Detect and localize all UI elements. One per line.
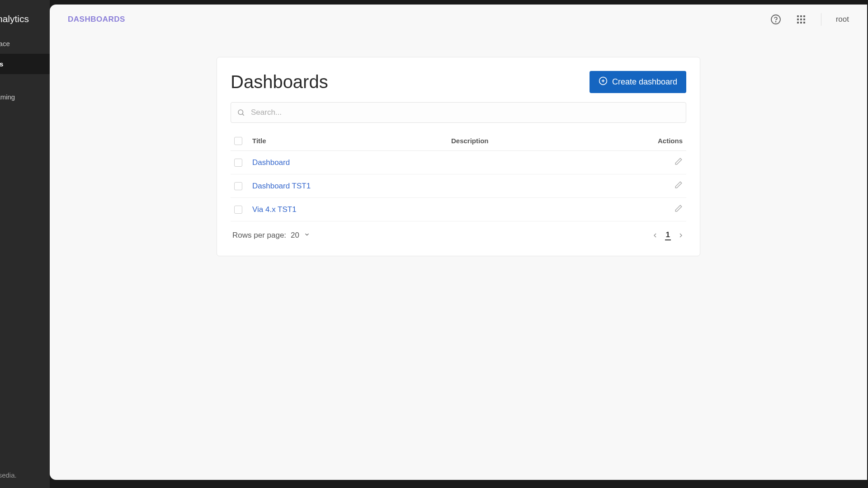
sidebar-item-unknown[interactable] (0, 74, 50, 87)
table-row: Dashboard TST1 (231, 174, 686, 198)
search-icon (237, 108, 245, 117)
topbar: DASHBOARDS root (50, 5, 867, 34)
edit-icon[interactable] (675, 204, 683, 212)
table-footer: Rows per page: 20 1 (231, 221, 686, 242)
search-input[interactable] (231, 102, 686, 123)
svg-rect-6 (800, 19, 802, 20)
column-actions: Actions (641, 131, 686, 151)
sidebar-item-streaming[interactable]: eaming (0, 87, 50, 107)
topbar-right: root (770, 13, 849, 26)
row-description (448, 151, 641, 174)
prev-page-button[interactable] (651, 232, 659, 239)
edit-icon[interactable] (675, 157, 683, 165)
row-checkbox[interactable] (234, 206, 242, 214)
current-page[interactable]: 1 (665, 230, 671, 240)
breadcrumb[interactable]: DASHBOARDS (68, 15, 125, 24)
create-button-label: Create dashboard (612, 77, 677, 87)
svg-point-14 (238, 110, 243, 115)
row-checkbox[interactable] (234, 159, 242, 167)
row-description (448, 174, 641, 198)
table-row: Via 4.x TST1 (231, 198, 686, 221)
dashboard-link[interactable]: Dashboard (252, 158, 290, 167)
dashboards-table: Title Description Actions Dashboard (231, 131, 686, 221)
search-wrap (231, 102, 686, 123)
svg-line-15 (242, 114, 244, 115)
edit-icon[interactable] (675, 181, 683, 189)
row-description (448, 198, 641, 221)
rows-per-page-selector[interactable]: Rows per page: 20 (232, 231, 310, 240)
page-title: Dashboards (231, 72, 328, 92)
svg-rect-7 (803, 19, 805, 20)
sidebar-item-dashboards[interactable]: rds (0, 54, 50, 74)
svg-point-0 (771, 15, 780, 24)
main-area: DASHBOARDS root Dash (50, 5, 867, 480)
rows-per-page-value: 20 (291, 231, 299, 240)
rows-per-page-label: Rows per page: (232, 231, 286, 240)
card-header: Dashboards Create dashboard (231, 71, 686, 93)
row-checkbox[interactable] (234, 182, 242, 190)
svg-rect-5 (797, 19, 799, 20)
sidebar-footer: ensedia. (0, 471, 17, 479)
user-label[interactable]: root (836, 15, 849, 24)
svg-rect-3 (800, 15, 802, 17)
svg-rect-2 (797, 15, 799, 17)
content: Dashboards Create dashboard (50, 34, 867, 279)
svg-rect-4 (803, 15, 805, 17)
help-icon[interactable] (770, 14, 781, 25)
plus-circle-icon (599, 76, 608, 88)
create-dashboard-button[interactable]: Create dashboard (590, 71, 686, 93)
topbar-divider (821, 13, 821, 26)
pagination: 1 (651, 230, 684, 240)
svg-rect-9 (800, 22, 802, 23)
column-title[interactable]: Title (249, 131, 448, 151)
sidebar: Analytics Trace rds eaming ensedia. (0, 0, 50, 488)
sidebar-item-trace[interactable]: Trace (0, 33, 50, 54)
dashboards-card: Dashboards Create dashboard (217, 57, 700, 256)
svg-rect-10 (803, 22, 805, 23)
apps-grid-icon[interactable] (796, 14, 807, 25)
dashboard-link[interactable]: Via 4.x TST1 (252, 205, 297, 214)
table-row: Dashboard (231, 151, 686, 174)
svg-rect-8 (797, 22, 799, 23)
chevron-down-icon (304, 231, 310, 240)
svg-point-1 (775, 21, 776, 22)
dashboard-link[interactable]: Dashboard TST1 (252, 182, 311, 190)
sidebar-title: Analytics (0, 14, 50, 33)
select-all-checkbox[interactable] (234, 137, 242, 145)
column-description[interactable]: Description (448, 131, 641, 151)
next-page-button[interactable] (677, 232, 684, 239)
